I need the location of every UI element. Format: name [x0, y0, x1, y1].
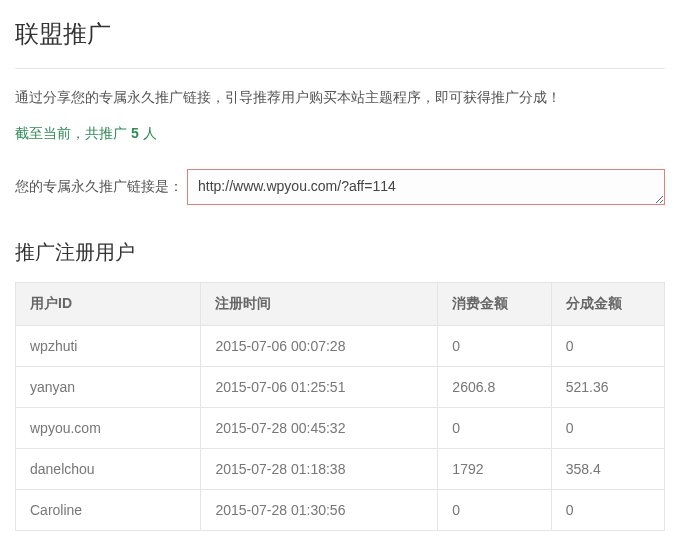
cell-user-id: Caroline [16, 490, 201, 531]
cell-user-id: yanyan [16, 367, 201, 408]
cell-spend: 0 [438, 326, 551, 367]
promo-count-suffix: 人 [139, 125, 157, 141]
cell-user-id: wpzhuti [16, 326, 201, 367]
promo-count-number: 5 [131, 125, 139, 141]
users-title: 推广注册用户 [15, 239, 665, 266]
cell-user-id: danelchou [16, 449, 201, 490]
cell-reg-time: 2015-07-28 01:18:38 [201, 449, 438, 490]
promo-link-input[interactable] [187, 169, 665, 205]
promo-count: 截至当前，共推广 5 人 [15, 125, 665, 143]
table-row: danelchou 2015-07-28 01:18:38 1792 358.4 [16, 449, 665, 490]
promo-link-label: 您的专属永久推广链接是： [15, 178, 183, 196]
cell-commission: 0 [551, 408, 664, 449]
cell-user-id: wpyou.com [16, 408, 201, 449]
cell-spend: 1792 [438, 449, 551, 490]
header-reg-time: 注册时间 [201, 283, 438, 326]
cell-reg-time: 2015-07-06 00:07:28 [201, 326, 438, 367]
header-commission: 分成金额 [551, 283, 664, 326]
cell-spend: 0 [438, 408, 551, 449]
cell-commission: 358.4 [551, 449, 664, 490]
intro-text: 通过分享您的专属永久推广链接，引导推荐用户购买本站主题程序，即可获得推广分成！ [15, 89, 665, 107]
cell-commission: 521.36 [551, 367, 664, 408]
table-row: wpzhuti 2015-07-06 00:07:28 0 0 [16, 326, 665, 367]
cell-commission: 0 [551, 326, 664, 367]
cell-reg-time: 2015-07-28 00:45:32 [201, 408, 438, 449]
header-spend: 消费金额 [438, 283, 551, 326]
table-row: wpyou.com 2015-07-28 00:45:32 0 0 [16, 408, 665, 449]
cell-reg-time: 2015-07-28 01:30:56 [201, 490, 438, 531]
table-header-row: 用户ID 注册时间 消费金额 分成金额 [16, 283, 665, 326]
cell-spend: 0 [438, 490, 551, 531]
cell-spend: 2606.8 [438, 367, 551, 408]
table-row: yanyan 2015-07-06 01:25:51 2606.8 521.36 [16, 367, 665, 408]
promo-count-prefix: 截至当前，共推广 [15, 125, 131, 141]
promo-link-row: 您的专属永久推广链接是： [15, 169, 665, 205]
header-user-id: 用户ID [16, 283, 201, 326]
cell-reg-time: 2015-07-06 01:25:51 [201, 367, 438, 408]
page-title: 联盟推广 [15, 18, 665, 69]
table-row: Caroline 2015-07-28 01:30:56 0 0 [16, 490, 665, 531]
users-table: 用户ID 注册时间 消费金额 分成金额 wpzhuti 2015-07-06 0… [15, 282, 665, 531]
cell-commission: 0 [551, 490, 664, 531]
